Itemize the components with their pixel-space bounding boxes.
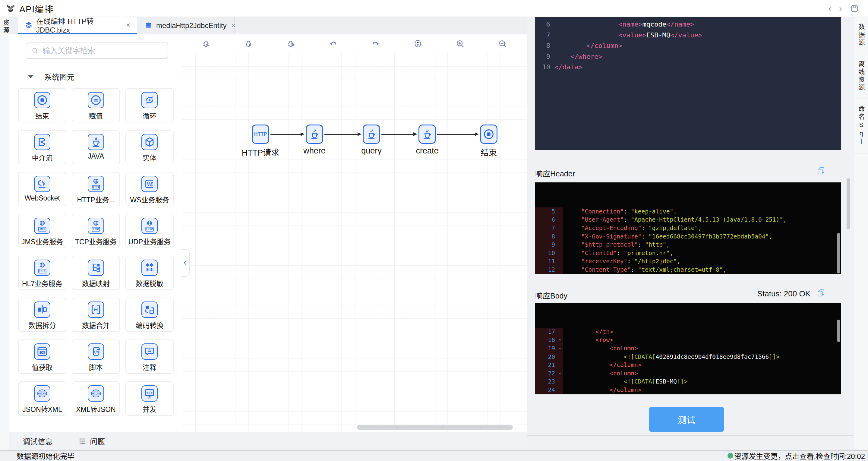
sync-icon[interactable]	[413, 39, 423, 49]
palette-search[interactable]	[26, 42, 168, 59]
palette-item-script[interactable]: </>脚本	[72, 339, 120, 374]
script-icon: </>	[88, 343, 104, 360]
xml-preview-editor[interactable]: 6 <name>mqcode</name>7 <value>ESB-MQ</va…	[535, 17, 841, 150]
palette-item-comment[interactable]: 注释	[125, 339, 174, 374]
palette-item-data-split[interactable]: 数据拆分	[18, 298, 66, 332]
copy-icon[interactable]	[817, 166, 825, 175]
resource-change-notice[interactable]: 资源发生变更，点击查看,检查时间:20:02	[727, 451, 865, 461]
palette-item-tcp-service[interactable]: TCPTCP业务服务	[72, 214, 120, 248]
palette-collapse-handle[interactable]	[182, 249, 190, 277]
tab-debug-info[interactable]: 调试信息	[23, 436, 53, 447]
palette-item-label: 实体	[143, 152, 156, 162]
file-tab-0[interactable]: 在线编排-HTTP转JDBC.bizx×	[18, 17, 137, 34]
search-icon	[31, 47, 39, 55]
jms-service-icon: JMS	[34, 218, 50, 234]
comment-icon	[142, 343, 158, 360]
right-sidebar-tab-1[interactable]: 离线资源	[854, 54, 868, 99]
palette-section-header[interactable]: 系统图元	[9, 70, 182, 83]
forward-icon[interactable]: ›	[839, 4, 842, 13]
back-icon[interactable]: ‹	[828, 4, 831, 13]
palette-item-entity-cube[interactable]: 实体	[125, 130, 174, 164]
palette-item-data-mapping[interactable]: 数据映射	[72, 256, 120, 290]
file-tab-1[interactable]: mediaHttp2JdbcEntity×	[138, 17, 235, 34]
palette-item-label: 数据拆分	[28, 320, 56, 330]
palette-item-label: JSON转XML	[22, 404, 62, 414]
palette-item-mediation-flow[interactable]: 中介流	[18, 130, 66, 164]
flow-connector-arrow[interactable]	[381, 132, 417, 136]
response-body-editor[interactable]: 17 </th>18▾ <row>19▾ <column>20 <![CDATA…	[535, 303, 841, 394]
flow-node-java[interactable]	[363, 125, 380, 144]
save-icon[interactable]	[850, 4, 859, 13]
layers-icon	[25, 21, 33, 29]
close-icon[interactable]: ×	[126, 21, 130, 29]
copy-icon[interactable]	[817, 288, 825, 297]
palette-section-title: 系统图元	[44, 71, 74, 82]
line-number: 11	[548, 258, 555, 265]
flow-connector-arrow[interactable]	[324, 132, 362, 136]
websocket-icon	[34, 176, 50, 192]
palette-item-assign[interactable]: 赋值	[72, 88, 120, 122]
flow-connector-arrow[interactable]	[271, 132, 305, 136]
palette-item-xml-to-json[interactable]: XML-JsonXML转JSON	[72, 381, 120, 416]
debug-play-icon[interactable]	[244, 39, 253, 49]
flow-connector-arrow[interactable]	[437, 132, 479, 136]
palette-item-udp-service[interactable]: UDPUDP业务服务	[125, 214, 174, 248]
response-header-editor[interactable]: 5 "Connection": "keep-alive",6 "User-Age…	[535, 182, 841, 274]
palette-item-label: JAVA	[88, 152, 104, 160]
palette-item-java[interactable]: JAVA	[72, 130, 120, 164]
palette-item-ws-service[interactable]: WWS业务服务	[125, 172, 174, 206]
palette-item-http-service[interactable]: HTTPHTTP业务...	[72, 172, 120, 206]
chevron-down-icon	[28, 75, 33, 79]
tab-issues[interactable]: 问题	[79, 436, 105, 447]
scrollbar-thumb[interactable]	[837, 233, 840, 273]
code-line: 6 "User-Agent": "Apache-HttpClient/4.5.1…	[535, 216, 841, 224]
status-message: 数据源初始化完毕	[17, 451, 74, 461]
line-number: 7	[552, 225, 555, 232]
palette-item-stop[interactable]: 结束	[18, 88, 66, 122]
zoom-in-icon[interactable]	[455, 39, 465, 49]
flow-node-label: HTTP请求	[230, 146, 291, 158]
flow-node-http[interactable]: HTTP	[252, 125, 269, 144]
palette-item-encoding-convert[interactable]: 编码转换	[125, 298, 174, 332]
redo-icon[interactable]	[371, 39, 380, 49]
zoom-out-icon[interactable]	[498, 39, 507, 49]
palette-item-data-merge[interactable]: 数据合并	[72, 298, 120, 332]
udp-service-icon: UDP	[142, 218, 158, 234]
svg-text:UDP: UDP	[146, 228, 153, 231]
undo-icon[interactable]	[328, 39, 338, 49]
palette-item-value-get[interactable]: (x)值获取	[18, 339, 66, 374]
canvas-grid-area[interactable]: HTTPHTTP请求wherequerycreate结束	[182, 53, 527, 432]
right-sidebar-tab-2[interactable]: 命名Sql	[854, 99, 868, 153]
search-input[interactable]	[42, 47, 157, 55]
debug-step-icon[interactable]	[286, 39, 296, 49]
close-icon[interactable]: ×	[231, 22, 236, 30]
debug-icon[interactable]	[202, 39, 211, 49]
fold-icon[interactable]: ▾	[559, 336, 561, 344]
test-button[interactable]: 测试	[649, 407, 724, 432]
flow-node-end[interactable]	[480, 125, 497, 144]
code-line: 22▾ <column>	[535, 369, 841, 378]
svg-text:TCP: TCP	[93, 228, 99, 231]
palette-item-data-masking[interactable]: ****数据脱敏	[125, 256, 174, 290]
line-number: 17	[548, 328, 555, 335]
palette-item-json-to-xml[interactable]: Json-XMLJSON转XML	[18, 381, 66, 416]
code-line: 7 "Accept-Encoding": "gzip,deflate",	[535, 224, 841, 233]
palette-item-loop[interactable]: 循环	[125, 88, 174, 122]
flow-node-java[interactable]	[418, 125, 436, 144]
right-sidebar-tab-0[interactable]: 数据源	[854, 17, 868, 54]
response-body-title: 响应Body	[535, 290, 567, 301]
palette-item-label: 数据映射	[82, 278, 110, 288]
scrollbar-thumb[interactable]	[837, 319, 840, 342]
svg-text:</>: </>	[146, 391, 153, 395]
palette-item-jms-service[interactable]: JMSJMS业务服务	[18, 214, 66, 248]
palette-item-websocket[interactable]: WebSocket	[18, 172, 66, 206]
palette-item-hl7-service[interactable]: HL7HL7业务服务	[18, 256, 66, 290]
line-number: 24	[548, 387, 555, 394]
flow-node-java[interactable]	[306, 125, 323, 144]
fold-icon[interactable]: ▾	[559, 344, 561, 353]
panel-scrollbar-thumb[interactable]	[846, 178, 850, 229]
palette-item-concurrent[interactable]: </>并发	[125, 381, 174, 416]
mediation-flow-icon	[34, 134, 50, 150]
fold-icon[interactable]: ▾	[559, 369, 561, 378]
canvas-horizontal-scrollbar[interactable]	[357, 425, 513, 430]
